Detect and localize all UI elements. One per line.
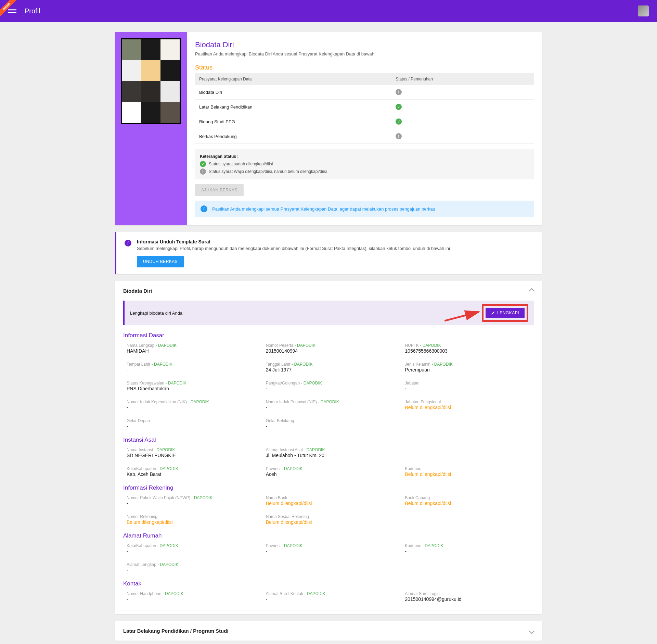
status-title: Status (195, 64, 534, 71)
chevron-up-icon (529, 288, 535, 294)
section-informasi-dasar: Informasi Dasar (123, 332, 534, 339)
page-title: Profil (25, 7, 40, 15)
pencil-icon (491, 311, 495, 315)
avatar[interactable] (638, 5, 649, 16)
profile-photo (121, 38, 181, 124)
pending-icon: ! (200, 168, 206, 175)
pending-icon: ! (396, 133, 402, 139)
latar-panel: Latar Belakang Pendidikan / Program Stud… (115, 621, 542, 641)
status-col1: Prasyarat Kelengkapan Data (195, 73, 391, 85)
panel-header-latar[interactable]: Latar Belakang Pendidikan / Program Stud… (115, 621, 542, 641)
info-icon: i (201, 205, 207, 212)
lengkapi-button[interactable]: LENGKAPI (486, 308, 525, 318)
template-title: Informasi Unduh Template Surat (137, 239, 450, 244)
biodata-panel: Biodata Diri Lengkapi biodata diri Anda … (115, 281, 542, 614)
lengkapi-bar: Lengkapi biodata diri Anda LENGKAPI (123, 301, 534, 325)
ajukan-berkas-button: AJUKAN BERKAS (195, 184, 244, 196)
table-row: Berkas Pendukung! (195, 129, 534, 144)
check-icon: ✓ (396, 118, 402, 125)
photo-panel (115, 32, 187, 225)
highlight-annotation: LENGKAPI (482, 304, 528, 322)
pending-icon: ! (396, 89, 402, 95)
table-row: Bidang Studi PPG✓ (195, 114, 534, 129)
keterangan-box: Keterangan Status : ✓Status syarat sudah… (195, 149, 534, 179)
arrow-annotation (445, 304, 482, 321)
info-banner: i Pastikan Anda melengkapi semua Prasyar… (195, 201, 534, 217)
section-kontak: Kontak (123, 580, 534, 587)
chevron-down-icon (529, 628, 535, 634)
template-desc: Sebelum melengkapi Profil, harap mengund… (137, 246, 450, 251)
keterangan-title: Keterangan Status : (200, 154, 529, 159)
table-row: Biodata Diri! (195, 85, 534, 100)
biodata-subtitle: Pastikan Anda melengkapi Biodata Diri An… (195, 51, 534, 56)
panel-header-biodata[interactable]: Biodata Diri (115, 281, 542, 301)
check-icon: ✓ (200, 161, 206, 167)
template-card: i Informasi Unduh Template Surat Sebelum… (115, 232, 542, 274)
status-col2: Status / Pemenuhan (391, 73, 534, 85)
section-instansi-asal: Instansi Asal (123, 437, 534, 443)
unduh-berkas-button[interactable]: UNDUH BERKAS (137, 256, 184, 267)
biodata-header-card: Biodata Diri Pastikan Anda melengkapi Bi… (115, 32, 542, 225)
section-alamat-rumah: Alamat Rumah (123, 532, 534, 539)
section-informasi-rekening: Informasi Rekening (123, 484, 534, 491)
table-row: Latar Belakang Pendidikan✓ (195, 100, 534, 114)
info-icon: i (125, 240, 131, 247)
status-table: Prasyarat Kelengkapan Data Status / Peme… (195, 73, 534, 144)
biodata-title: Biodata Diri (195, 40, 534, 49)
demo-ribbon (0, 0, 21, 21)
svg-line-0 (445, 312, 479, 321)
check-icon: ✓ (396, 104, 402, 110)
topbar: Profil (0, 0, 657, 22)
